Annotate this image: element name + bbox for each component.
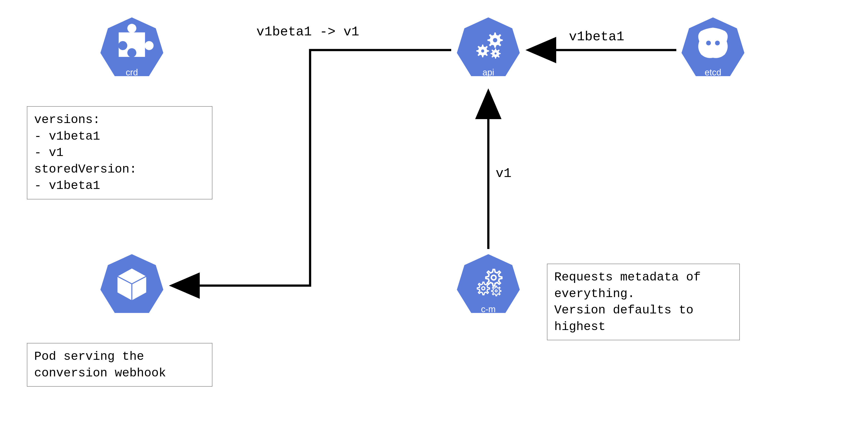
edge-api-to-pod-label: v1beta1 -> v1 [256,24,359,39]
arrows-overlay [0,0,868,424]
edge-cm-to-api-label: v1 [496,166,512,181]
edge-etcd-to-api-label: v1beta1 [569,29,624,44]
